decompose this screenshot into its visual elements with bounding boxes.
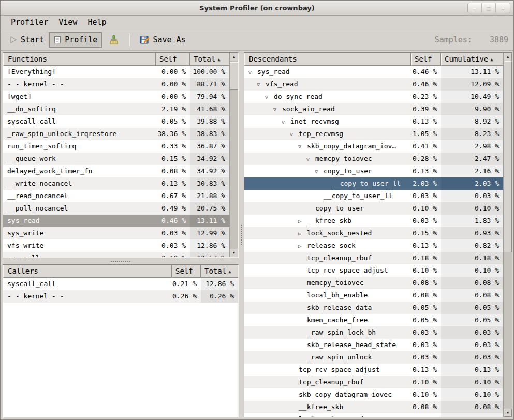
self-column-header[interactable]: Self — [411, 53, 441, 66]
functions-scroll-thumb[interactable] — [230, 62, 238, 90]
descendants-column-header[interactable]: Descendants — [244, 53, 411, 66]
table-row[interactable]: sys_poll0.10 %12.57 % — [3, 252, 229, 257]
table-row[interactable]: __copy_to_user_ll2.03 %2.03 % — [244, 177, 503, 190]
table-row[interactable]: memcpy_toiovec0.08 %0.08 % — [244, 277, 503, 289]
table-row[interactable]: syscall_call0.05 %39.88 % — [3, 115, 229, 128]
menu-profiler[interactable]: Profiler — [6, 17, 53, 28]
total-column-header[interactable]: Total▲ — [190, 53, 229, 66]
table-row[interactable]: tcp_rcv_space_adjust0.10 %0.10 % — [244, 264, 503, 277]
expander-closed-icon[interactable]: ▷ — [298, 240, 307, 252]
table-row[interactable]: ▽copy_to_user0.13 %2.16 % — [244, 165, 503, 177]
total-value-cell: 8.92 % — [441, 115, 503, 128]
expander-closed-icon[interactable]: ▷ — [298, 228, 307, 239]
total-value-cell: 2.16 % — [441, 165, 503, 177]
total-value-cell: 13.11 % — [441, 66, 503, 78]
expander-open-icon[interactable]: ▽ — [306, 153, 315, 165]
table-row[interactable]: ▷__kfree_skb0.03 %1.83 % — [244, 215, 503, 227]
table-row[interactable]: ▽sys_read0.46 %13.11 % — [244, 66, 503, 78]
expander-open-icon[interactable]: ▽ — [315, 166, 324, 177]
table-row[interactable]: skb_release_data0.05 %0.05 % — [244, 302, 503, 314]
table-row[interactable]: tcp_rcv_space_adjust0.13 %0.13 % — [244, 364, 503, 376]
table-row[interactable]: tcp_cleanup_rbuf0.10 %0.10 % — [244, 376, 503, 388]
table-row[interactable]: ▷release_sock0.13 %0.82 % — [244, 239, 503, 252]
table-row[interactable]: ▽vfs_read0.46 %12.09 % — [244, 78, 503, 91]
table-row[interactable]: __copy_to_user_ll0.03 %0.03 % — [244, 190, 503, 202]
self-value-cell: 0.03 % — [411, 413, 441, 417]
table-row[interactable]: skb_copy_datagram_iovec0.10 %0.10 % — [244, 388, 503, 401]
table-row[interactable]: sys_read0.46 %13.11 % — [3, 215, 229, 227]
scroll-down-icon[interactable]: ▼ — [230, 249, 238, 257]
table-row[interactable]: __do_softirq2.19 %41.68 % — [3, 103, 229, 115]
table-row[interactable]: run_timer_softirq0.33 %36.87 % — [3, 140, 229, 153]
vertical-splitter[interactable] — [239, 52, 244, 417]
close-icon[interactable]: ✕ — [496, 3, 510, 13]
table-row[interactable]: ▽skb_copy_datagram_iov…0.41 %2.98 % — [244, 140, 503, 153]
table-row[interactable]: _raw_spin_unlock0.03 %0.03 % — [244, 351, 503, 364]
table-row[interactable]: ▽inet_recvmsg0.13 %8.92 % — [244, 115, 503, 128]
table-row[interactable]: - - kernel - -0.26 %0.26 % — [3, 290, 238, 303]
table-row[interactable]: kmem_cache_free0.05 %0.05 % — [244, 314, 503, 326]
total-value-cell: 79.94 % — [190, 91, 229, 103]
table-row[interactable]: _raw_spin_unlock_irqrestore38.36 %38.83 … — [3, 128, 229, 140]
window-title: System Profiler (on crownbay) — [1, 4, 513, 12]
table-row[interactable]: __kfree_skb0.08 %0.08 % — [244, 401, 503, 413]
self-value-cell: 38.36 % — [156, 128, 190, 140]
maximize-icon[interactable]: □ — [482, 3, 496, 13]
table-row[interactable]: ▽sock_aio_read0.39 %9.90 % — [244, 103, 503, 115]
scroll-up-icon[interactable]: ▲ — [230, 53, 238, 61]
expander-open-icon[interactable]: ▽ — [282, 116, 290, 128]
start-button[interactable]: Start — [5, 32, 49, 48]
minimize-icon[interactable]: – — [468, 3, 482, 13]
descendants-scroll-thumb[interactable] — [504, 61, 512, 252]
expander-open-icon[interactable]: ▽ — [290, 128, 299, 140]
save-as-button[interactable]: Save As — [135, 32, 190, 48]
expander-closed-icon[interactable]: ▷ — [298, 215, 307, 227]
profile-toggle-button[interactable]: Profile — [49, 32, 102, 48]
functions-scrollbar[interactable]: ▲ ▼ — [229, 53, 238, 257]
table-row[interactable]: vfs_write0.03 %12.86 % — [3, 239, 229, 252]
reset-button[interactable] — [104, 32, 124, 48]
horizontal-splitter[interactable] — [3, 258, 239, 264]
expander-open-icon[interactable]: ▽ — [273, 103, 282, 115]
total-value-cell: 12.86 % — [201, 278, 238, 290]
scroll-down-icon[interactable]: ▼ — [504, 409, 512, 417]
table-row[interactable]: delayed_work_timer_fn0.08 %34.92 % — [3, 165, 229, 177]
cumulative-column-header[interactable]: Cumulative▲ — [441, 53, 503, 66]
expander-open-icon[interactable]: ▽ — [265, 91, 274, 103]
scroll-up-icon[interactable]: ▲ — [504, 53, 512, 61]
table-row[interactable]: __read_nocancel0.67 %21.88 % — [3, 190, 229, 202]
table-row[interactable]: - - kernel - -0.00 %88.71 % — [3, 78, 229, 91]
callers-column-header[interactable]: Callers — [3, 265, 172, 278]
menu-help[interactable]: Help — [82, 17, 111, 28]
table-row[interactable]: ▽tcp_recvmsg1.05 %8.23 % — [244, 128, 503, 140]
table-row[interactable]: ▽memcpy_toiovec0.28 %2.47 % — [244, 153, 503, 165]
table-row[interactable]: syscall_call0.21 %12.86 % — [3, 278, 238, 290]
table-row[interactable]: _raw_spin_lock_bh0.03 %0.03 % — [244, 326, 503, 339]
table-row[interactable]: copy_to_user0.10 %0.10 % — [244, 202, 503, 215]
total-column-header[interactable]: Total▲ — [201, 265, 238, 278]
menu-view[interactable]: View — [53, 17, 82, 28]
self-value-cell: 0.03 % — [156, 239, 190, 252]
table-row[interactable]: ▽do_sync_read0.23 %10.49 % — [244, 91, 503, 103]
function-name-cell: tcp_rcv_space_adjust — [244, 364, 411, 376]
table-row[interactable]: [wget]0.00 %79.94 % — [3, 91, 229, 103]
table-row[interactable]: skb_release_head_state0.03 %0.03 % — [244, 339, 503, 351]
self-value-cell: 0.33 % — [156, 140, 190, 153]
table-row[interactable]: __queue_work0.15 %34.92 % — [3, 153, 229, 165]
descendants-scrollbar[interactable]: ▲ ▼ — [503, 53, 512, 417]
table-row[interactable]: __poll_nocancel0.49 %20.75 % — [3, 202, 229, 215]
table-row[interactable]: ▷lock_sock_nested0.15 %0.93 % — [244, 227, 503, 239]
self-value-cell: 0.10 % — [411, 376, 441, 388]
table-row[interactable]: __write_nocancel0.13 %30.83 % — [3, 177, 229, 190]
table-row[interactable]: lock_sock_nested0.03 %0.03 % — [244, 413, 503, 417]
table-row[interactable]: [Everything]0.00 %100.00 % — [3, 66, 229, 78]
self-column-header[interactable]: Self — [172, 265, 201, 278]
table-row[interactable]: sys_write0.03 %12.99 % — [3, 227, 229, 239]
expander-open-icon[interactable]: ▽ — [257, 79, 266, 91]
expander-open-icon[interactable]: ▽ — [298, 141, 307, 153]
table-row[interactable]: tcp_cleanup_rbuf0.18 %0.18 % — [244, 252, 503, 264]
self-column-header[interactable]: Self — [156, 53, 190, 66]
functions-column-header[interactable]: Functions — [3, 53, 156, 66]
table-row[interactable]: local_bh_enable0.08 %0.08 % — [244, 289, 503, 302]
expander-open-icon[interactable]: ▽ — [248, 66, 257, 78]
